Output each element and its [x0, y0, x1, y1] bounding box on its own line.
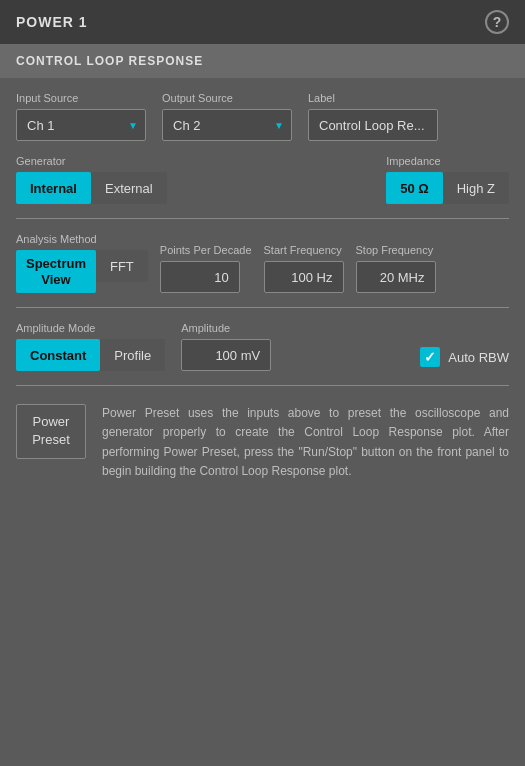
input-source-select[interactable]: Ch 1 Ch 2 Ch 3 Ch 4 — [16, 109, 146, 141]
source-row: Input Source Ch 1 Ch 2 Ch 3 Ch 4 ▼ Outpu… — [16, 92, 509, 141]
power-preset-section: Power Preset Power Preset uses the input… — [16, 400, 509, 481]
auto-rbw-group: ✓ Auto RBW — [420, 347, 509, 371]
input-source-group: Input Source Ch 1 Ch 2 Ch 3 Ch 4 ▼ — [16, 92, 146, 141]
analysis-fft-button[interactable]: FFT — [96, 250, 148, 282]
output-source-label: Output Source — [162, 92, 292, 104]
amplitude-profile-button[interactable]: Profile — [100, 339, 165, 371]
output-source-select[interactable]: Ch 1 Ch 2 Ch 3 Ch 4 — [162, 109, 292, 141]
generator-external-button[interactable]: External — [91, 172, 167, 204]
impedance-label: Impedance — [386, 155, 440, 167]
stop-frequency-group: Stop Frequency — [356, 244, 436, 293]
amplitude-label: Amplitude — [181, 322, 271, 334]
input-source-label: Input Source — [16, 92, 146, 104]
generator-btn-group: Internal External — [16, 172, 167, 204]
label-group: Label — [308, 92, 438, 141]
amplitude-group: Amplitude — [181, 322, 271, 371]
power-preset-button[interactable]: Power Preset — [16, 404, 86, 458]
divider-1 — [16, 218, 509, 219]
amplitude-constant-button[interactable]: Constant — [16, 339, 100, 371]
title-bar: POWER 1 ? — [0, 0, 525, 44]
output-source-wrapper: Ch 1 Ch 2 Ch 3 Ch 4 ▼ — [162, 109, 292, 141]
section-header: CONTROL LOOP RESPONSE — [0, 44, 525, 78]
impedance-50ohm-button[interactable]: 50 Ω — [386, 172, 443, 204]
help-button[interactable]: ? — [485, 10, 509, 34]
start-frequency-label: Start Frequency — [264, 244, 344, 256]
preset-description: Power Preset uses the inputs above to pr… — [102, 404, 509, 481]
analysis-method-group: Analysis Method SpectrumView FFT — [16, 233, 148, 293]
power-window: POWER 1 ? CONTROL LOOP RESPONSE Input So… — [0, 0, 525, 766]
stop-frequency-label: Stop Frequency — [356, 244, 436, 256]
start-frequency-group: Start Frequency — [264, 244, 344, 293]
generator-impedance-row: Generator Internal External Impedance 50… — [16, 155, 509, 204]
analysis-spectrum-button[interactable]: SpectrumView — [16, 250, 96, 293]
label-field-label: Label — [308, 92, 438, 104]
points-per-decade-group: Points Per Decade — [160, 244, 252, 293]
window-title: POWER 1 — [16, 14, 88, 30]
stop-frequency-input[interactable] — [356, 261, 436, 293]
start-frequency-input[interactable] — [264, 261, 344, 293]
analysis-method-label: Analysis Method — [16, 233, 148, 245]
impedance-highz-button[interactable]: High Z — [443, 172, 509, 204]
generator-internal-button[interactable]: Internal — [16, 172, 91, 204]
divider-3 — [16, 385, 509, 386]
amplitude-input[interactable] — [181, 339, 271, 371]
label-input[interactable] — [308, 109, 438, 141]
auto-rbw-label: Auto RBW — [448, 350, 509, 365]
input-source-wrapper: Ch 1 Ch 2 Ch 3 Ch 4 ▼ — [16, 109, 146, 141]
impedance-group: Impedance 50 Ω High Z — [386, 155, 509, 204]
generator-group: Generator Internal External — [16, 155, 167, 204]
checkmark-icon: ✓ — [424, 349, 436, 365]
generator-label: Generator — [16, 155, 167, 167]
analysis-method-btn-group: SpectrumView FFT — [16, 250, 148, 293]
main-content: Input Source Ch 1 Ch 2 Ch 3 Ch 4 ▼ Outpu… — [0, 78, 525, 766]
impedance-btn-group: 50 Ω High Z — [386, 172, 509, 204]
auto-rbw-checkbox[interactable]: ✓ — [420, 347, 440, 367]
amplitude-mode-group: Amplitude Mode Constant Profile — [16, 322, 165, 371]
points-per-decade-input[interactable] — [160, 261, 240, 293]
analysis-row: Analysis Method SpectrumView FFT Points … — [16, 233, 509, 293]
points-per-decade-label: Points Per Decade — [160, 244, 252, 256]
amplitude-row: Amplitude Mode Constant Profile Amplitud… — [16, 322, 509, 371]
output-source-group: Output Source Ch 1 Ch 2 Ch 3 Ch 4 ▼ — [162, 92, 292, 141]
amplitude-mode-btn-group: Constant Profile — [16, 339, 165, 371]
divider-2 — [16, 307, 509, 308]
amplitude-mode-label: Amplitude Mode — [16, 322, 165, 334]
